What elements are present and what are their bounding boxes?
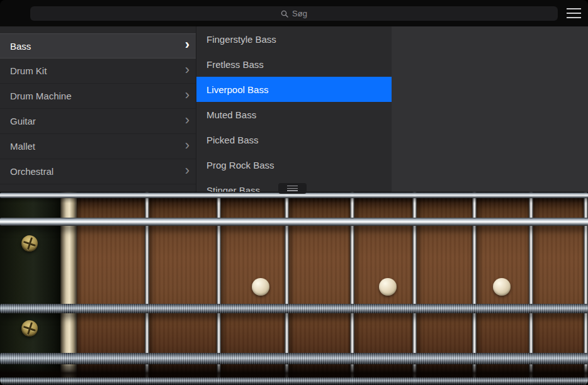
search-icon: [281, 10, 288, 18]
search-input[interactable]: Søg: [30, 6, 558, 21]
instrument-item-muted-bass[interactable]: Muted Bass: [196, 102, 392, 127]
chevron-right-icon: [185, 165, 189, 179]
fretboard-bottom-shadow: [0, 380, 588, 385]
sidebar-item-guitar[interactable]: Guitar: [0, 109, 196, 134]
fret-marker-dot: [379, 278, 397, 296]
category-label: Drum Kit: [10, 65, 47, 76]
bass-fretboard[interactable]: [0, 192, 588, 385]
instrument-list: Fingerstyle Bass Fretless Bass Liverpool…: [196, 26, 392, 192]
instrument-label: Fingerstyle Bass: [206, 34, 276, 45]
sound-browser-overlay: Bass Drum Kit Drum Machine Guitar Mallet…: [0, 26, 588, 192]
bass-string-2[interactable]: [0, 304, 588, 313]
instrument-label: Fretless Bass: [206, 59, 264, 70]
instrument-item-picked-bass[interactable]: Picked Bass: [196, 127, 392, 152]
bass-string-3[interactable]: [0, 353, 588, 364]
bass-string-1[interactable]: [0, 218, 588, 226]
fretboard-lower-shadow: [0, 366, 588, 377]
category-label: Guitar: [10, 116, 36, 126]
chevron-right-icon: [185, 140, 189, 153]
chevron-right-icon: [185, 114, 189, 128]
instrument-label: Liverpool Bass: [206, 84, 268, 95]
category-label: Orchestral: [10, 166, 54, 177]
category-label: Mallet: [10, 141, 35, 152]
instrument-label: Stinger Bass: [206, 185, 260, 192]
instrument-item-prog-rock-bass[interactable]: Prog Rock Bass: [196, 152, 392, 177]
instrument-item-fretless-bass[interactable]: Fretless Bass: [196, 52, 392, 77]
instrument-label: Picked Bass: [206, 135, 259, 145]
drag-handle-icon: [287, 186, 298, 191]
sidebar-item-orchestral[interactable]: Orchestral: [0, 159, 196, 184]
category-label: Drum Machine: [10, 91, 72, 101]
sidebar-item-drum-machine[interactable]: Drum Machine: [0, 84, 196, 109]
drag-handle[interactable]: [278, 183, 307, 194]
category-list: Bass Drum Kit Drum Machine Guitar Mallet…: [0, 26, 196, 192]
instrument-label: Muted Bass: [206, 109, 256, 120]
fret-marker-dot: [493, 278, 511, 296]
top-bar: Søg: [0, 0, 588, 26]
category-label: Bass: [10, 41, 31, 52]
chevron-right-icon: [185, 89, 189, 103]
chevron-right-icon: [185, 64, 189, 78]
sidebar-item-bass[interactable]: Bass: [0, 33, 196, 59]
sidebar-item-drum-kit[interactable]: Drum Kit: [0, 59, 196, 84]
instrument-item-fingerstyle-bass[interactable]: Fingerstyle Bass: [196, 26, 392, 52]
instrument-item-liverpool-bass[interactable]: Liverpool Bass: [196, 77, 392, 102]
instrument-label: Prog Rock Bass: [206, 160, 274, 170]
fret-marker-dot: [252, 278, 269, 296]
hamburger-icon[interactable]: [567, 8, 581, 18]
sidebar-item-mallet[interactable]: Mallet: [0, 134, 196, 159]
search-placeholder: Søg: [292, 9, 307, 18]
garageband-window: Søg Bass Drum Kit Drum Machine Guitar: [0, 0, 588, 385]
chevron-right-icon: [185, 39, 189, 53]
